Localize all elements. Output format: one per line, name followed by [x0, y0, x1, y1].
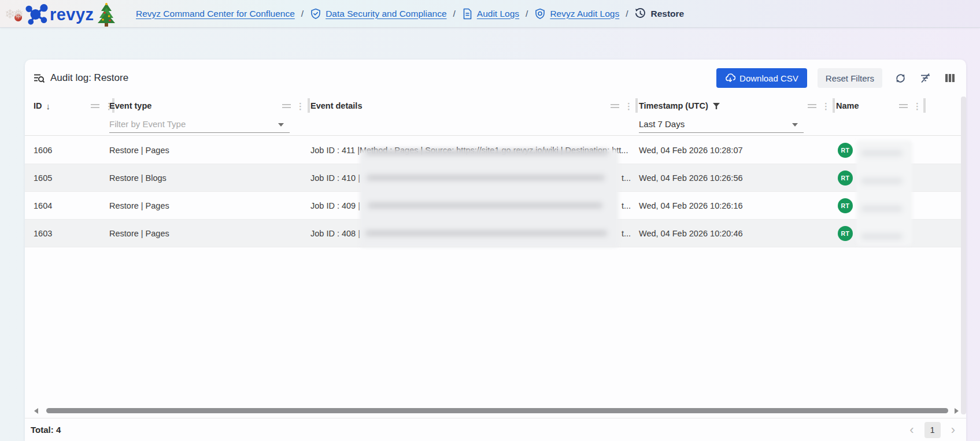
column-resize-handle[interactable] — [611, 104, 619, 108]
audit-log-card: Audit log: Restore Download CSV Reset Fi… — [25, 60, 966, 441]
avatar: RT — [838, 136, 853, 164]
timestamp-filter[interactable]: Last 7 Days — [639, 116, 804, 133]
breadcrumb-separator: / — [453, 9, 456, 19]
column-header-id[interactable]: ID ↓ ⋮ — [34, 99, 113, 113]
event-type-filter[interactable] — [109, 116, 290, 133]
scroll-right-icon[interactable] — [955, 408, 959, 414]
reset-filters-button[interactable]: Reset Filters — [818, 68, 882, 88]
column-header-timestamp[interactable]: Timestamp (UTC) ⋮ — [639, 99, 830, 113]
breadcrumb-item-data-security[interactable]: Data Security and Compliance — [310, 8, 446, 20]
sort-desc-icon[interactable]: ↓ — [46, 101, 51, 111]
column-menu-icon[interactable]: ⋮ — [296, 102, 305, 110]
column-menu-icon[interactable]: ⋮ — [913, 102, 922, 110]
audit-log-table: ID ↓ ⋮ Event type ⋮ Event details ⋮ — [25, 97, 966, 418]
logo-text: revyz — [50, 5, 94, 24]
cell-event-type: Restore | Blogs — [109, 164, 167, 192]
breadcrumb-separator: / — [626, 9, 628, 19]
table-header-divider — [25, 135, 966, 136]
breadcrumb-separator: / — [301, 9, 304, 19]
cell-timestamp: Wed, 04 Feb 2026 10:20:46 — [639, 220, 743, 247]
breadcrumb-separator: / — [526, 9, 528, 19]
breadcrumb-item-revyz-audit-logs[interactable]: Revyz Audit Logs — [534, 8, 619, 20]
next-page-icon[interactable]: › — [949, 424, 957, 436]
column-separator — [923, 98, 926, 113]
horizontal-scrollbar-thumb[interactable] — [46, 408, 948, 413]
avatar: RT — [838, 164, 853, 192]
column-resize-handle[interactable] — [282, 104, 291, 108]
snowflake-decoration-icon: ❄❅ — [5, 7, 21, 22]
column-resize-handle[interactable] — [91, 104, 99, 108]
history-restore-icon — [634, 8, 646, 20]
column-resize-handle[interactable] — [808, 104, 816, 108]
download-csv-button[interactable]: Download CSV — [716, 68, 807, 88]
table-footer: Total: 4 ‹ 1 › — [25, 418, 966, 441]
revyz-logo[interactable]: ❄❅ revyz — [5, 1, 117, 28]
column-separator — [308, 98, 310, 113]
breadcrumb-item-audit-logs[interactable]: Audit Logs — [462, 8, 519, 20]
pagination: ‹ 1 › — [908, 422, 957, 438]
page-title: Audit log: Restore — [50, 72, 128, 84]
cell-id: 1606 — [34, 136, 52, 164]
breadcrumb: Revyz Command Center for Confluence / Da… — [136, 8, 684, 20]
column-menu-icon[interactable]: ⋮ — [624, 102, 633, 110]
vertical-scrollbar-track[interactable] — [961, 97, 966, 414]
cell-id: 1604 — [34, 192, 52, 220]
refresh-icon[interactable] — [893, 71, 907, 85]
list-search-icon — [33, 72, 45, 84]
filter-applied-icon — [712, 102, 720, 110]
avatar: RT — [838, 192, 853, 220]
redacted-event-details-blur — [360, 149, 619, 247]
chevron-down-icon[interactable] — [792, 123, 798, 127]
column-header-event-details[interactable]: Event details ⋮ — [310, 99, 633, 113]
cloud-download-icon — [725, 73, 735, 83]
cell-timestamp: Wed, 04 Feb 2026 10:28:07 — [639, 136, 743, 164]
cell-event-type: Restore | Pages — [109, 136, 169, 164]
shield-icon — [534, 8, 546, 20]
molecule-logo-icon — [24, 3, 49, 26]
breadcrumb-item-restore-current: Restore — [634, 8, 684, 20]
cell-id: 1603 — [34, 220, 52, 247]
column-resize-handle[interactable] — [899, 104, 908, 108]
event-type-filter-input[interactable] — [109, 116, 290, 132]
cell-timestamp: Wed, 04 Feb 2026 10:26:16 — [639, 192, 743, 220]
card-title-group: Audit log: Restore — [33, 72, 128, 84]
shield-check-icon — [310, 8, 321, 20]
page-number-button[interactable]: 1 — [924, 422, 941, 438]
scroll-left-icon[interactable] — [34, 408, 38, 414]
cell-event-type: Restore | Pages — [109, 192, 169, 220]
cell-event-type: Restore | Pages — [109, 220, 169, 247]
avatar: RT — [838, 220, 853, 247]
christmas-tree-icon — [96, 2, 117, 27]
horizontal-scrollbar[interactable] — [25, 407, 966, 414]
column-menu-icon[interactable]: ⋮ — [822, 102, 830, 110]
chevron-down-icon[interactable] — [278, 123, 284, 127]
column-separator — [635, 98, 638, 113]
filter-off-icon[interactable] — [918, 71, 932, 85]
timestamp-filter-value[interactable]: Last 7 Days — [639, 116, 804, 133]
top-navigation-bar: ❄❅ revyz — [0, 0, 980, 28]
redacted-name-blur — [856, 140, 912, 246]
card-toolbar: Audit log: Restore Download CSV Reset Fi… — [25, 60, 966, 97]
total-count-label: Total: 4 — [31, 425, 61, 435]
cell-timestamp: Wed, 04 Feb 2026 10:26:56 — [639, 164, 743, 192]
cell-id: 1605 — [34, 164, 52, 192]
document-icon — [462, 8, 473, 20]
previous-page-icon[interactable]: ‹ — [908, 424, 915, 436]
breadcrumb-item-command-center[interactable]: Revyz Command Center for Confluence — [136, 9, 295, 19]
column-header-name[interactable]: Name ⋮ — [836, 99, 922, 113]
column-header-event-type[interactable]: Event type ⋮ — [109, 99, 305, 113]
toolbar-actions: Download CSV Reset Filters — [716, 68, 957, 88]
columns-icon[interactable] — [943, 71, 957, 85]
column-separator — [833, 98, 835, 113]
